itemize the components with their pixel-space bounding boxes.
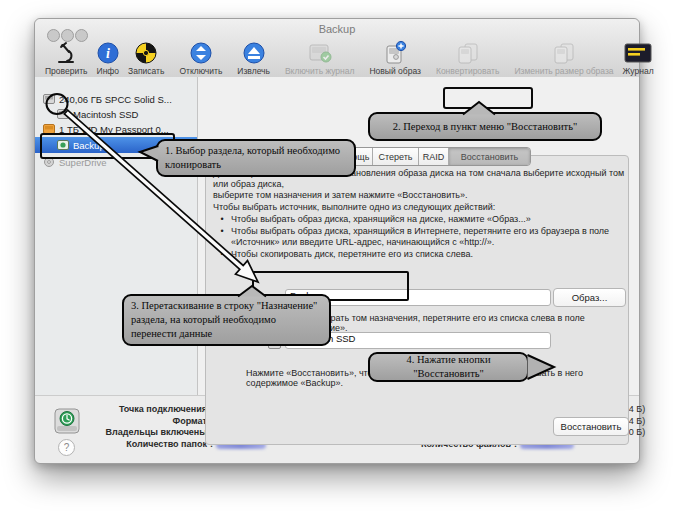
new-image-icon	[383, 40, 407, 65]
info-label: Формат	[75, 416, 207, 428]
eject-icon	[243, 40, 265, 65]
verify-icon	[54, 40, 78, 65]
log-icon	[623, 40, 653, 65]
sidebar-item-macintosh-ssd[interactable]: Macintosh SSD	[35, 106, 197, 122]
intro-line: выберите том назначения и затем нажмите …	[213, 190, 627, 201]
tab-raid[interactable]: RAID	[418, 148, 448, 165]
toolbar-unmount-button[interactable]: Отключить	[179, 40, 222, 76]
toolbar-label: Инфо	[97, 66, 120, 76]
svg-text:i: i	[106, 46, 110, 61]
convert-icon	[455, 40, 481, 65]
bullet-glyph: •	[213, 249, 231, 260]
device-sidebar: 240,06 ГБ SPCC Solid S... Macintosh SSD …	[35, 77, 198, 395]
tab-erase[interactable]: Стереть	[372, 148, 418, 165]
toolbar-label: Проверить	[45, 66, 88, 76]
help-button[interactable]: ?	[58, 439, 75, 456]
toolbar-label: Включить журнал	[285, 66, 355, 76]
bullet-text: Чтобы выбрать образ диска, хранящийся на…	[231, 214, 627, 225]
info-label: Владельцы включены	[75, 427, 207, 439]
toolbar-label: Конвертировать	[436, 66, 499, 76]
destination-hint: Чтобы выбрать том назначения, перетяните…	[285, 313, 628, 333]
tab-label: RAID	[423, 152, 445, 162]
screenshot-canvas: { "window": { "title": "Backup" }, "tool…	[0, 0, 680, 515]
bullet-text: Чтобы скопировать диск, перетяните его и…	[231, 249, 627, 260]
bullet-item: •Чтобы выбрать образ диска, хранящийся в…	[213, 226, 627, 248]
external-drive-icon	[43, 124, 55, 134]
sidebar-item-label: 240,06 ГБ SPCC Solid S...	[59, 94, 172, 105]
window-chrome: Backup Проверить i Инфо Записать	[35, 19, 639, 78]
toolbar-burn-button[interactable]: Записать	[128, 40, 164, 76]
sidebar-item-label: SuperDrive	[59, 157, 107, 168]
sidebar-item-label: Macintosh SSD	[73, 109, 138, 120]
toolbar-log-button[interactable]: Журнал	[623, 40, 654, 76]
info-icon: i	[97, 40, 119, 65]
callout-2: 2. Переход в пункт меню "Восстановить"	[368, 112, 602, 141]
toolbar-label: Извлечь	[237, 66, 270, 76]
disk-utility-window: Backup Проверить i Инфо Записать	[34, 18, 640, 464]
unmount-icon	[190, 40, 212, 65]
info-label: Точка подключения	[75, 404, 207, 416]
callout-3: 3. Перетаскивание в строку "Назначение" …	[122, 294, 331, 346]
toolbar-label: Изменить размер образа	[514, 66, 613, 76]
toolbar-label: Новый образ	[369, 66, 420, 76]
sidebar-item-wd-passport[interactable]: 1 ТБ WD My Passport 0...	[35, 121, 197, 137]
toolbar: Проверить i Инфо Записать Отключить	[45, 34, 629, 76]
resize-image-icon	[551, 40, 577, 65]
tab-restore[interactable]: Восстановить	[448, 148, 530, 165]
backup-volume-icon	[57, 140, 69, 150]
toolbar-info-button[interactable]: i Инфо	[97, 40, 120, 76]
burn-icon	[135, 40, 157, 65]
info-label: Количество папок	[75, 439, 207, 451]
bullet-text: Чтобы выбрать образ диска, хранящийся в …	[231, 226, 627, 248]
toolbar-eject-button[interactable]: Извлечь	[237, 40, 270, 76]
enable-journaling-icon	[307, 40, 333, 65]
toolbar-label: Отключить	[179, 66, 222, 76]
internal-drive-icon	[43, 94, 55, 104]
tab-label: Восстановить	[461, 152, 519, 162]
toolbar-verify-button[interactable]: Проверить	[45, 40, 88, 76]
bullet-item: •Чтобы скопировать диск, перетяните его …	[213, 249, 627, 260]
restore-instructions: Для копирования тома или восстановления …	[213, 168, 627, 260]
tab-label: Стереть	[378, 152, 412, 162]
choose-source-heading: Чтобы выбрать источник, выполните одно и…	[213, 202, 627, 213]
restore-button[interactable]: Восстановить	[553, 417, 629, 436]
sidebar-item-label: 1 ТБ WD My Passport 0...	[59, 124, 169, 135]
callout-1: 1. Выбор раздела, который необходимо кло…	[156, 139, 356, 177]
bullet-item: •Чтобы выбрать образ диска, хранящийся н…	[213, 214, 627, 225]
superdrive-icon	[43, 157, 55, 167]
toolbar-resize-image-button: Изменить размер образа	[514, 40, 613, 76]
toolbar-new-image-button[interactable]: Новый образ	[369, 40, 420, 76]
sidebar-item-internal-disk[interactable]: 240,06 ГБ SPCC Solid S...	[35, 91, 197, 107]
volume-icon	[57, 109, 69, 119]
toolbar-enable-journaling-button: Включить журнал	[285, 40, 355, 76]
sidebar-item-label: Backup	[73, 140, 105, 151]
bullet-glyph: •	[213, 226, 231, 248]
toolbar-label: Журнал	[623, 66, 654, 76]
toolbar-label: Записать	[128, 66, 164, 76]
callout-4: 4. Нажатие кнопки "Восстановить"	[368, 352, 529, 382]
bullet-glyph: •	[213, 214, 231, 225]
toolbar-convert-button: Конвертировать	[436, 40, 499, 76]
image-button[interactable]: Образ...	[553, 288, 626, 307]
